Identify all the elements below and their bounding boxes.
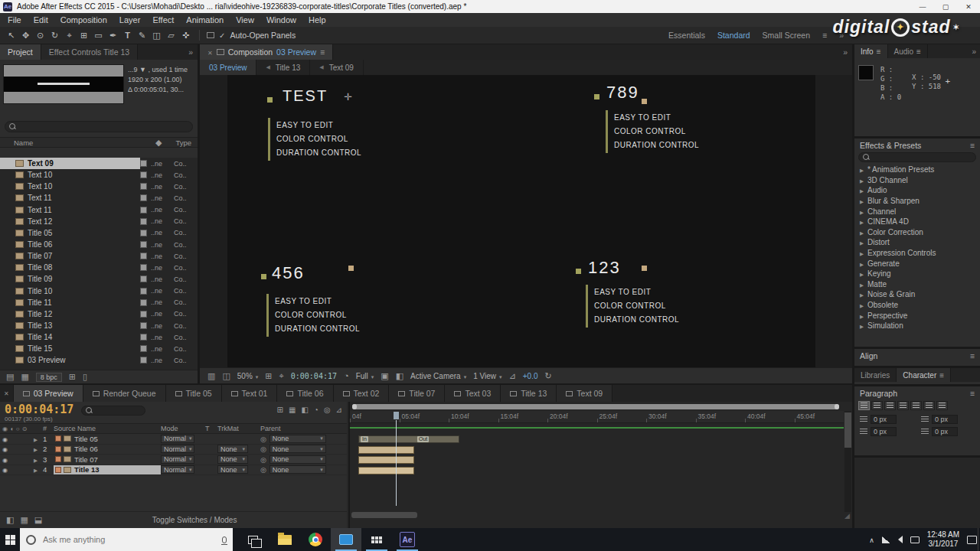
justify-last-right-button[interactable] bbox=[923, 401, 935, 410]
effects-search-field[interactable] bbox=[858, 152, 976, 162]
menu-item[interactable]: Layer bbox=[113, 15, 147, 24]
time-navigator[interactable] bbox=[352, 404, 839, 409]
color-depth-button[interactable]: 8 bpc bbox=[36, 373, 62, 382]
layer-bar[interactable] bbox=[358, 456, 414, 464]
justify-all-button[interactable] bbox=[936, 401, 948, 410]
mode-dropdown[interactable]: Normal bbox=[161, 465, 194, 474]
label-color-chip[interactable] bbox=[140, 334, 147, 341]
trkmat-dropdown[interactable]: None bbox=[217, 465, 248, 474]
column-trkmat[interactable]: TrkMat bbox=[217, 424, 260, 433]
menu-item[interactable]: View bbox=[230, 15, 260, 24]
expand-layer-switches-icon[interactable]: ◧ bbox=[6, 516, 14, 524]
puppet-tool-icon[interactable] bbox=[179, 29, 192, 42]
view-layout-dropdown[interactable]: 1 View bbox=[473, 372, 501, 380]
camera-tool-icon[interactable] bbox=[63, 29, 76, 42]
pan-behind-tool-icon[interactable] bbox=[77, 29, 90, 42]
effects-category[interactable]: Generate bbox=[854, 258, 980, 269]
tab-info[interactable]: Info bbox=[854, 44, 888, 58]
layer-row[interactable]: 3 Title 07 Normal None None bbox=[0, 455, 347, 465]
new-folder-icon[interactable]: ▦ bbox=[21, 373, 28, 381]
tab-composition[interactable]: Composition 03 Preview bbox=[200, 44, 333, 60]
maximize-button[interactable] bbox=[934, 0, 957, 13]
expand-arrow-icon[interactable] bbox=[34, 465, 38, 474]
playhead-handle[interactable] bbox=[393, 411, 400, 420]
label-color-chip[interactable] bbox=[140, 183, 147, 190]
label-color-chip[interactable] bbox=[140, 194, 147, 201]
network-icon[interactable] bbox=[882, 536, 890, 543]
task-view-button[interactable] bbox=[239, 528, 266, 551]
label-color-chip[interactable] bbox=[55, 467, 61, 473]
timeline-tab[interactable]: Text 09 bbox=[557, 385, 612, 402]
column-type[interactable]: Type bbox=[175, 139, 191, 147]
parent-dropdown[interactable]: None bbox=[270, 445, 326, 453]
expand-arrow-icon[interactable] bbox=[860, 249, 864, 257]
menu-item[interactable]: Window bbox=[260, 15, 302, 24]
snapshot-icon[interactable] bbox=[207, 372, 215, 380]
mode-dropdown[interactable]: Normal bbox=[161, 445, 194, 453]
type-tool-icon[interactable] bbox=[121, 29, 134, 42]
layer-row[interactable]: 4 Title 13 Normal None None bbox=[0, 465, 347, 476]
justify-last-center-button[interactable] bbox=[910, 401, 922, 410]
project-item-row[interactable]: Title 06 ..ne Co.. bbox=[0, 239, 198, 250]
project-item-row[interactable]: Title 14 ..ne Co.. bbox=[0, 331, 198, 343]
current-time-indicator[interactable] bbox=[396, 411, 397, 506]
project-item-row[interactable]: Title 08 ..ne Co.. bbox=[0, 262, 198, 273]
timeline-tab[interactable]: Title 07 bbox=[389, 385, 445, 402]
pen-tool-icon[interactable] bbox=[106, 29, 119, 42]
workspace-button[interactable]: Standard bbox=[717, 31, 750, 40]
expand-arrow-icon[interactable] bbox=[860, 311, 864, 320]
timeline-tab[interactable]: Text 01 bbox=[222, 385, 278, 402]
paragraph-value-field[interactable]: 0 px bbox=[871, 415, 897, 424]
label-color-chip[interactable] bbox=[140, 288, 147, 295]
effects-category[interactable]: * Animation Presets bbox=[854, 165, 980, 175]
keyboard-icon[interactable] bbox=[910, 536, 920, 543]
layer-bar[interactable] bbox=[358, 446, 414, 454]
effects-category[interactable]: 3D Channel bbox=[854, 175, 980, 186]
selection-tool-icon[interactable] bbox=[5, 29, 18, 42]
expand-arrow-icon[interactable] bbox=[860, 321, 864, 330]
microphone-icon[interactable] bbox=[222, 536, 227, 543]
column-name[interactable]: Name bbox=[14, 139, 33, 147]
pickwhip-icon[interactable] bbox=[260, 455, 266, 464]
effects-category[interactable]: Simulation bbox=[854, 321, 980, 331]
viewer-timecode[interactable]: 0:00:04:17 bbox=[291, 372, 337, 380]
menu-item[interactable]: Edit bbox=[28, 15, 54, 24]
parent-dropdown[interactable]: None bbox=[270, 465, 326, 474]
workspace-menu-icon[interactable] bbox=[822, 31, 827, 40]
expand-arrow-icon[interactable] bbox=[860, 290, 864, 298]
taskbar-clock[interactable]: 12:48 AM 3/1/2017 bbox=[927, 530, 959, 549]
vertical-scrollbar[interactable] bbox=[844, 411, 851, 512]
close-panel-icon[interactable] bbox=[0, 385, 14, 402]
expand-arrow-icon[interactable] bbox=[860, 238, 864, 246]
expand-arrow-icon[interactable] bbox=[34, 455, 38, 464]
pickwhip-icon[interactable] bbox=[260, 465, 266, 474]
show-snapshot-icon[interactable] bbox=[222, 372, 230, 380]
label-color-chip[interactable] bbox=[140, 218, 147, 225]
viewer-tab[interactable]: 03 Preview bbox=[200, 60, 256, 75]
project-item-row[interactable]: Title 12 ..ne Co.. bbox=[0, 308, 198, 320]
current-timecode[interactable]: 0:00:04:17 bbox=[5, 403, 74, 416]
menu-item[interactable]: File bbox=[2, 15, 28, 24]
region-of-interest-icon[interactable] bbox=[381, 372, 388, 380]
delete-icon[interactable]: ▯ bbox=[83, 373, 87, 381]
expand-arrow-icon[interactable] bbox=[860, 197, 864, 205]
expand-arrow-icon[interactable] bbox=[860, 280, 864, 289]
project-item-row[interactable]: Text 12 ..ne Co.. bbox=[0, 216, 198, 227]
camera-dropdown[interactable]: Active Camera bbox=[410, 372, 466, 380]
effects-category[interactable]: Perspective bbox=[854, 310, 980, 321]
frame-blending-icon[interactable]: ◔ bbox=[314, 406, 318, 414]
parent-dropdown[interactable]: None bbox=[270, 435, 326, 443]
expand-transfer-controls-icon[interactable]: ▦ bbox=[20, 516, 28, 524]
expand-arrow-icon[interactable] bbox=[860, 217, 864, 226]
panel-menu-icon[interactable] bbox=[970, 389, 975, 398]
horizontal-scrollbar[interactable] bbox=[351, 512, 417, 518]
project-item-row[interactable]: Text 11 ..ne Co.. bbox=[0, 192, 198, 204]
action-center-icon[interactable] bbox=[967, 536, 977, 544]
justify-last-left-button[interactable] bbox=[897, 401, 909, 410]
timeline-tab[interactable]: Text 03 bbox=[445, 385, 501, 402]
resize-grip-icon[interactable] bbox=[844, 510, 850, 520]
workspace-button[interactable]: Essentials bbox=[668, 31, 705, 40]
taskbar-search[interactable] bbox=[20, 528, 233, 551]
project-item-row[interactable]: Text 10 ..ne Co.. bbox=[0, 169, 198, 181]
panel-overflow-icon[interactable] bbox=[968, 47, 980, 56]
